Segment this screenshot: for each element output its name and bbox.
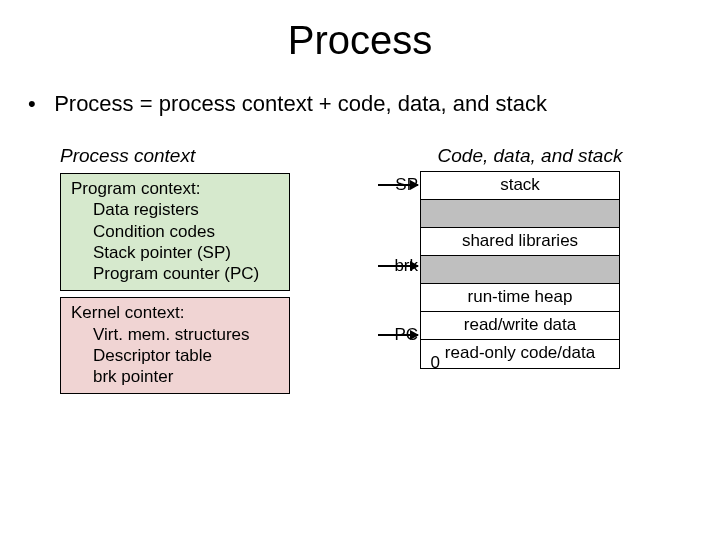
program-ctx-item: Program counter (PC) — [71, 263, 279, 284]
process-context-column: Process context Program context: Data re… — [60, 145, 320, 400]
kernel-ctx-item: Descriptor table — [71, 345, 279, 366]
slide-title: Process — [0, 18, 720, 63]
bullet-dot: • — [28, 91, 48, 117]
sp-arrow — [378, 184, 418, 186]
kernel-context-box: Kernel context: Virt. mem. structures De… — [60, 297, 290, 394]
mem-gap — [421, 256, 619, 284]
kernel-context-title: Kernel context: — [71, 302, 279, 323]
pc-arrow — [378, 334, 418, 336]
bullet-line: • Process = process context + code, data… — [28, 91, 720, 117]
mem-seg-stack: stack — [421, 172, 619, 200]
program-context-box: Program context: Data registers Conditio… — [60, 173, 290, 291]
bullet-text: Process = process context + code, data, … — [54, 91, 547, 116]
mem-seg-ro-code: read-only code/data — [421, 340, 619, 368]
mem-seg-rw-data: read/write data — [421, 312, 619, 340]
program-ctx-item: Data registers — [71, 199, 279, 220]
brk-arrow — [378, 265, 418, 267]
mem-gap — [421, 200, 619, 228]
kernel-ctx-item: Virt. mem. structures — [71, 324, 279, 345]
program-context-title: Program context: — [71, 178, 279, 199]
memory-stack: stack shared libraries run-time heap rea… — [420, 171, 620, 369]
memory-column: Code, data, and stack SP brk PC 0 stack … — [330, 145, 690, 369]
process-context-heading: Process context — [60, 145, 320, 167]
zero-label: 0 — [431, 353, 440, 373]
mem-seg-heap: run-time heap — [421, 284, 619, 312]
memory-layout: SP brk PC 0 stack shared libraries run-t… — [330, 171, 690, 369]
mem-seg-shared-libs: shared libraries — [421, 228, 619, 256]
program-ctx-item: Condition codes — [71, 221, 279, 242]
pointer-labels: SP brk PC 0 — [330, 171, 420, 341]
diagram-columns: Process context Program context: Data re… — [60, 145, 720, 400]
memory-heading: Code, data, and stack — [370, 145, 690, 167]
kernel-ctx-item: brk pointer — [71, 366, 279, 387]
program-ctx-item: Stack pointer (SP) — [71, 242, 279, 263]
